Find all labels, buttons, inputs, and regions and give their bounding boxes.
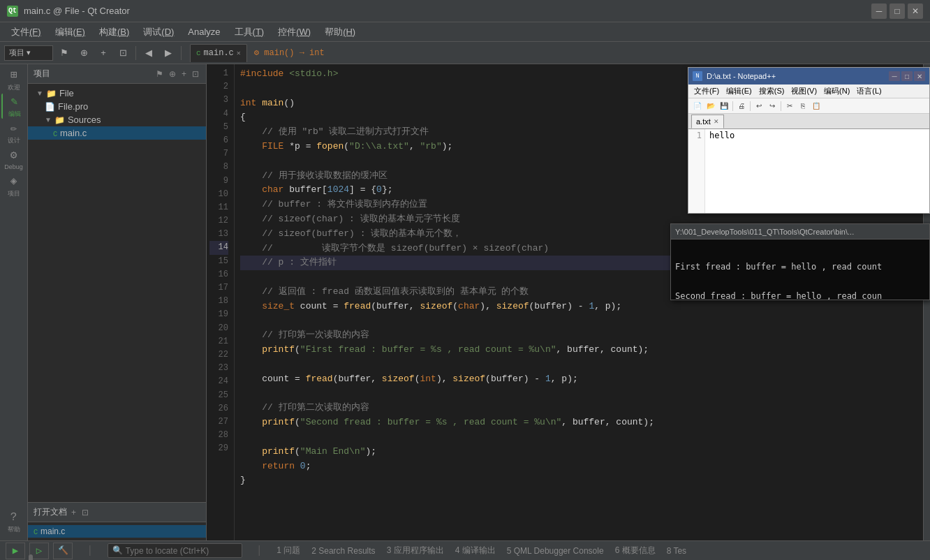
- menu-analyze[interactable]: Analyze: [182, 25, 226, 38]
- file-tree-collapse-btn[interactable]: ⊡: [191, 68, 200, 80]
- menu-controls[interactable]: 控件(W): [272, 24, 316, 40]
- file-tree-link-btn[interactable]: ⊕: [168, 68, 177, 80]
- title-bar-left: Qt main.c @ File - Qt Creator: [7, 6, 130, 17]
- nav-back[interactable]: ◀: [140, 45, 157, 61]
- status-app-output[interactable]: 3 应用程序输出: [387, 545, 444, 557]
- status-test[interactable]: 8 Tes: [667, 546, 686, 556]
- np-code-content[interactable]: hello: [705, 129, 929, 213]
- nav-forward[interactable]: ▶: [160, 45, 177, 61]
- notepad-title-bar: N D:\a.txt - Notepad++ ─ □ ✕: [688, 68, 929, 84]
- run-controls: ▶ ▷ 🔨: [6, 543, 73, 559]
- notepad-controls[interactable]: ─ □ ✕: [889, 71, 925, 81]
- debug-icon: ⚙: [10, 148, 17, 162]
- app-icon: Qt: [7, 6, 18, 17]
- edit-icon: ✎: [11, 94, 18, 108]
- sidebar-item-project[interactable]: ◈ 项目: [1, 173, 27, 198]
- sidebar-item-welcome[interactable]: ⊞ 欢迎: [1, 67, 27, 92]
- file-tree-filter-btn[interactable]: ⚑: [154, 68, 165, 80]
- open-doc-label: main.c: [40, 526, 65, 536]
- status-compile[interactable]: 4 编译输出: [455, 545, 496, 557]
- window-controls[interactable]: ─ □ ✕: [871, 3, 923, 19]
- tree-item-file-root[interactable]: ▼ 📁 File: [28, 87, 206, 100]
- minimize-button[interactable]: ─: [871, 3, 887, 19]
- open-docs-collapse-btn[interactable]: ⊡: [80, 506, 90, 519]
- np-new-btn[interactable]: 📄: [691, 100, 704, 112]
- filter-button[interactable]: ⚑: [56, 45, 73, 61]
- np-copy-btn[interactable]: ⎘: [797, 100, 809, 112]
- tree-item-sources[interactable]: ▼ 📁 Sources: [28, 113, 206, 126]
- sidebar-item-design[interactable]: ✏ 设计: [1, 120, 27, 145]
- np-save-btn[interactable]: 💾: [718, 100, 730, 112]
- terminal-title-bar: Y:\001_DevelopTools\011_QT\Tools\QtCreat…: [671, 224, 929, 240]
- menu-debug[interactable]: 调试(D): [138, 24, 179, 40]
- tab-close-icon[interactable]: ✕: [237, 49, 241, 57]
- np-print-btn[interactable]: 🖨: [735, 100, 748, 112]
- tree-arrow-file: ▼: [36, 89, 43, 97]
- status-qml[interactable]: 5 QML Debugger Console: [507, 546, 604, 556]
- maximize-button[interactable]: □: [890, 3, 905, 19]
- tree-item-file-pro[interactable]: 📄 File.pro: [28, 100, 206, 113]
- tree-item-main-c[interactable]: c main.c: [28, 126, 206, 140]
- menu-file[interactable]: 文件(F): [6, 24, 47, 40]
- open-doc-main-c[interactable]: c main.c: [28, 525, 206, 538]
- np-menu-lang[interactable]: 语言(L): [854, 85, 884, 97]
- terminal-window: Y:\001_DevelopTools\011_QT\Tools\QtCreat…: [670, 223, 930, 300]
- search-icon: 🔍: [112, 545, 123, 556]
- np-menu-search[interactable]: 搜索(S): [756, 85, 788, 97]
- sidebar-item-edit[interactable]: ✎ 编辑: [1, 94, 27, 119]
- file-tree-add-btn[interactable]: +: [180, 68, 188, 80]
- tree-label-sources: Sources: [68, 115, 101, 125]
- notepad-content[interactable]: 1 hello: [688, 129, 929, 213]
- menu-tools[interactable]: 工具(T): [229, 24, 270, 40]
- np-paste-btn[interactable]: 📋: [810, 100, 822, 112]
- toolbar-separator: [135, 46, 136, 60]
- link-button[interactable]: ⊕: [75, 45, 92, 61]
- np-menu-file[interactable]: 文件(F): [691, 85, 722, 97]
- collapse-button[interactable]: ⊡: [115, 45, 131, 61]
- notepad-title: D:\a.txt - Notepad++: [707, 72, 776, 80]
- status-search-results[interactable]: 2 Search Results: [311, 546, 375, 556]
- editor-tab-main[interactable]: c main.c ✕: [190, 44, 247, 62]
- notepad-close[interactable]: ✕: [914, 71, 925, 81]
- sources-folder-icon: 📁: [54, 115, 65, 125]
- menu-edit[interactable]: 编辑(E): [50, 24, 91, 40]
- sidebar-item-help[interactable]: ? 帮助: [1, 510, 27, 535]
- add-button[interactable]: +: [95, 45, 112, 61]
- np-tab-a-txt[interactable]: a.txt ✕: [691, 115, 724, 128]
- tree-label-main-c: main.c: [60, 128, 87, 138]
- run-button[interactable]: ▶: [6, 543, 25, 559]
- np-menu-encoding[interactable]: 编码(N): [821, 85, 852, 97]
- np-undo-btn[interactable]: ↩: [753, 100, 765, 112]
- notepad-tabs: a.txt ✕: [688, 114, 929, 129]
- build-icon[interactable]: 🔨: [53, 543, 73, 559]
- search-bar[interactable]: 🔍: [108, 543, 242, 558]
- window-title: main.c @ File - Qt Creator: [24, 6, 130, 16]
- np-open-btn[interactable]: 📂: [704, 100, 717, 112]
- notepad-minimize[interactable]: ─: [889, 71, 900, 81]
- np-cut-btn[interactable]: ✂: [783, 100, 796, 112]
- tree-arrow-sources: ▼: [45, 116, 52, 124]
- np-menu-view[interactable]: 视图(V): [788, 85, 820, 97]
- search-input[interactable]: [126, 546, 237, 556]
- np-tb-sep3: [781, 101, 781, 111]
- np-menu-edit[interactable]: 编辑(E): [723, 85, 755, 97]
- np-tab-close-icon[interactable]: ✕: [714, 118, 719, 125]
- file-tree: ▼ 📁 File 📄 File.pro ▼ 📁 Sources c main.c: [28, 84, 206, 502]
- close-button[interactable]: ✕: [908, 3, 923, 19]
- np-redo-btn[interactable]: ↪: [766, 100, 778, 112]
- tree-label-file-pro: File.pro: [58, 101, 88, 112]
- np-tb-sep1: [732, 101, 733, 111]
- sidebar-item-debug[interactable]: ⚙ Debug: [1, 147, 27, 172]
- menu-help[interactable]: 帮助(H): [319, 24, 361, 40]
- np-tab-label: a.txt: [696, 117, 711, 126]
- status-bar: ▶ ▷ 🔨 | 🔍 | 1 问题 2 Search Results 3 应用程序…: [0, 540, 930, 560]
- notepad-maximize[interactable]: □: [901, 71, 913, 81]
- status-problems[interactable]: 1 问题: [276, 545, 300, 557]
- folder-icon: 📁: [46, 89, 57, 98]
- menu-build[interactable]: 构建(B): [94, 24, 135, 40]
- project-selector[interactable]: 项目 ▾: [4, 45, 53, 61]
- project-icon: ◈: [10, 174, 17, 188]
- status-summary[interactable]: 6 概要信息: [615, 545, 656, 557]
- open-docs-add-btn[interactable]: +: [70, 506, 78, 519]
- tab-filename: main.c: [204, 48, 234, 58]
